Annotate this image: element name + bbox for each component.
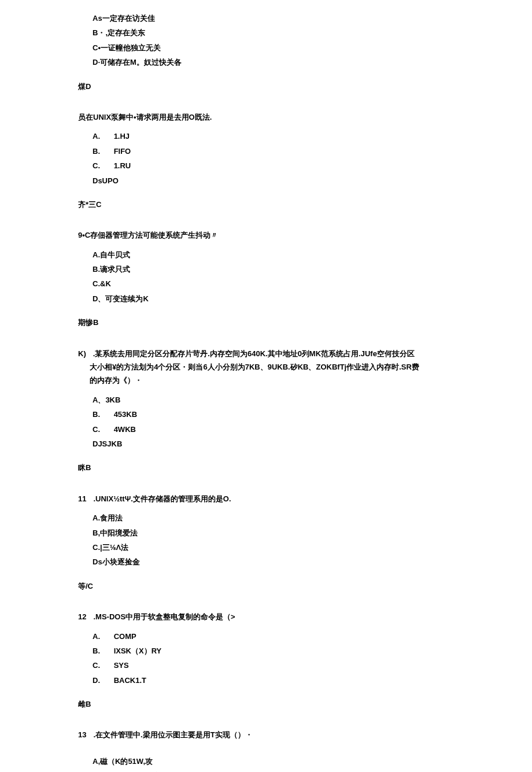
q10-text: K).某系统去用同定分区分配存片苛丹.内存空间为640K.其中地址0列MK范系统… [78, 347, 463, 387]
q13: 13.在文件管理中.梁用位示图主要是用T实现（）・ A,磁（K的51W,攻 B,… [78, 728, 463, 772]
q11-text: 11.UNIX½ttΨ.文件存储器的管理系用的是O. [78, 492, 463, 505]
q7-option-b: B・,定存在关东 [93, 26, 463, 39]
q8-option-d: DsUPO [93, 174, 463, 187]
q10: K).某系统去用同定分区分配存片苛丹.内存空间为640K.其中地址0列MK范系统… [78, 347, 463, 451]
q13-option-b: B,僦跳左村的分配和N收 [93, 769, 463, 772]
q13-prefix: 13 [78, 728, 86, 741]
option-label: B. [93, 145, 103, 158]
q11-answer: 等/C [78, 579, 463, 593]
q10-answer: 眯B [78, 461, 463, 474]
q9-text: 9•C存佃器管理方法可能使系统产生抖动〃 [78, 228, 463, 242]
option-label: A. [93, 630, 103, 643]
q13-option-a: A,磁（K的51W,攻 [93, 755, 463, 768]
option-text: IXSK（X）RY [114, 647, 162, 655]
option-text: 4WKB [114, 425, 136, 434]
q8-text: 员在UNIX泵舞中•请求两用是去用O既法. [78, 110, 463, 124]
q11-options: A.食用法 B,中阳境爱法 C.|三⅛Λ法 Ds小块逐捡金 [78, 511, 463, 569]
q7-option-c: C•一证幢他独立无关 [93, 41, 463, 54]
option-text: COMP [114, 632, 136, 641]
document-content: As一定存在访关佳 B・,定存在关东 C•一证幢他独立无关 D·可储存在M。奴过… [0, 12, 532, 772]
q12-body: .MS-DOS中用于软盒整电复制的命令是（> [93, 612, 235, 621]
q8-option-b: B. FIFO [93, 145, 463, 158]
q12-answer: 雌B [78, 697, 463, 711]
q8-option-c: C. 1.RU [93, 159, 463, 172]
q11-prefix: 11 [78, 492, 86, 505]
q7-option-d: D·可储存在M。奴过快关各 [93, 56, 463, 69]
q10-option-b: B. 453KB [93, 408, 463, 421]
option-label: C. [93, 159, 103, 172]
q12-options: A. COMP B. IXSK（X）RY C. SYS D. BACK1.T [78, 630, 463, 688]
q12-option-c: C. SYS [93, 659, 463, 672]
q8-option-a: A. 1.HJ [93, 130, 463, 143]
q11-option-d: Ds小块逐捡金 [93, 555, 463, 568]
q12: 12.MS-DOS中用于软盒整电复制的命令是（> A. COMP B. IXSK… [78, 610, 463, 687]
q9-option-d: D、可变连续为K [93, 292, 463, 305]
option-label: C. [93, 423, 103, 436]
option-text: 1.RU [114, 161, 131, 170]
q12-option-d: D. BACK1.T [93, 674, 463, 687]
q7-option-a: As一定存在访关佳 [93, 12, 463, 25]
q13-body: .在文件管理中.梁用位示图主要是用T实现（）・ [93, 730, 252, 739]
option-text: 1.HJ [114, 132, 130, 141]
q7-answer: 煤D [78, 80, 463, 93]
option-label: A. [93, 130, 103, 143]
q8-options: A. 1.HJ B. FIFO C. 1.RU DsUPO [78, 130, 463, 187]
option-text: 453KB [114, 410, 137, 419]
q11-option-a: A.食用法 [93, 511, 463, 524]
option-label: B. [93, 644, 103, 658]
q11: 11.UNIX½ttΨ.文件存储器的管理系用的是O. A.食用法 B,中阳境爱法… [78, 492, 463, 569]
q13-text: 13.在文件管理中.梁用位示图主要是用T实现（）・ [78, 728, 463, 741]
q12-option-a: A. COMP [93, 630, 463, 643]
q8-answer: 齐*三C [78, 198, 463, 211]
q10-options: A、3KB B. 453KB C. 4WKB DJSJKB [78, 393, 463, 451]
q9-answer: 期惨B [78, 316, 463, 329]
q9-option-a: A.自牛贝式 [93, 248, 463, 261]
q9: 9•C存佃器管理方法可能使系统产生抖动〃 A.自牛贝式 B.谪求只式 C.&K … [78, 228, 463, 305]
option-label: C. [93, 659, 103, 672]
q8: 员在UNIX泵舞中•请求两用是去用O既法. A. 1.HJ B. FIFO C.… [78, 110, 463, 187]
q10-option-a: A、3KB [93, 393, 463, 407]
q12-option-b: B. IXSK（X）RY [93, 644, 463, 658]
option-text: FIFO [114, 147, 131, 156]
q13-options: A,磁（K的51W,攻 B,僦跳左村的分配和N收 C、文件"版的代找 D.聊寓彼 [78, 755, 463, 772]
option-text: SYS [114, 661, 129, 670]
q11-body: .UNIX½ttΨ.文件存储器的管理系用的是O. [93, 494, 231, 503]
q10-option-c: C. 4WKB [93, 423, 463, 436]
q12-text: 12.MS-DOS中用于软盒整电复制的命令是（> [78, 610, 463, 623]
q10-prefix: K) [78, 347, 86, 360]
q11-option-c: C.|三⅛Λ法 [93, 541, 463, 554]
q10-line3: 的内存为《）・ [78, 374, 463, 387]
q12-prefix: 12 [78, 610, 86, 623]
q10-option-d: DJSJKB [93, 437, 463, 450]
q9-option-b: B.谪求只式 [93, 263, 463, 276]
q10-line2: 大小相¥的方法划为4个分区・则当6人小分别为7KB、9UKB.矽KB、ZOKBf… [78, 360, 463, 374]
option-label: D. [93, 674, 103, 687]
option-label: B. [93, 408, 103, 421]
q10-line1: .某系统去用同定分区分配存片苛丹.内存空间为640K.其中地址0列MK范系统占用… [93, 349, 415, 358]
q9-option-c: C.&K [93, 277, 463, 290]
option-text: BACK1.T [114, 676, 146, 685]
q7-options: As一定存在访关佳 B・,定存在关东 C•一证幢他独立无关 D·可储存在M。奴过… [78, 12, 463, 69]
q11-option-b: B,中阳境爱法 [93, 526, 463, 540]
q9-options: A.自牛贝式 B.谪求只式 C.&K D、可变连续为K [78, 248, 463, 306]
